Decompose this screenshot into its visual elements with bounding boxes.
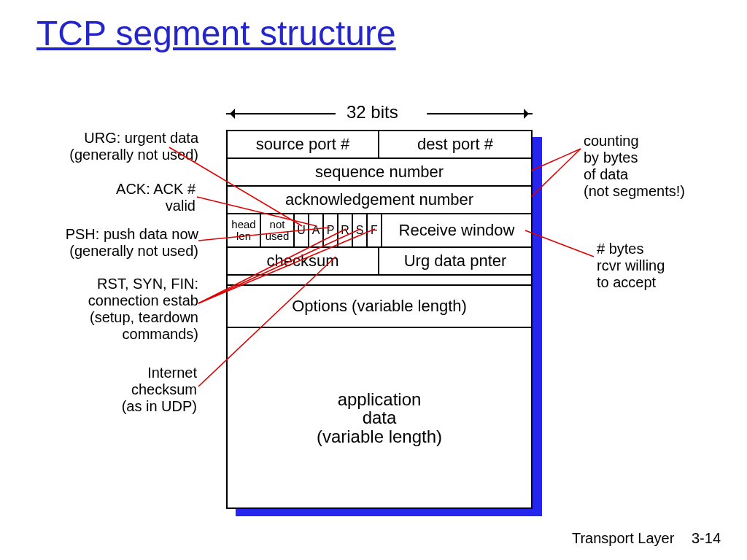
annotation-psh: PSH: push data now (generally not used) xyxy=(9,226,198,260)
annotation-receive-window: # bytes rcvr willing to accept xyxy=(597,241,728,291)
bits-arrow-right-icon xyxy=(427,113,533,114)
field-application-data: application data (variable length) xyxy=(228,328,531,508)
field-dest-port: dest port # xyxy=(379,131,531,158)
flag-urg: U xyxy=(295,214,309,246)
slide-footer: Transport Layer 3-14 xyxy=(572,530,721,547)
field-options: Options (variable length) xyxy=(228,286,531,327)
options-gap xyxy=(228,276,531,286)
flag-psh: P xyxy=(324,214,338,246)
field-sequence-number: sequence number xyxy=(228,159,531,185)
flag-syn: S xyxy=(353,214,368,246)
field-not-used: not used xyxy=(261,214,295,246)
field-urg-pointer: Urg data pnter xyxy=(379,248,531,274)
footer-page: 3-14 xyxy=(692,530,721,546)
field-receive-window: Receive window xyxy=(382,214,531,246)
bits-arrow-left-icon xyxy=(226,113,336,114)
flag-ack: A xyxy=(309,214,324,246)
flag-rst: R xyxy=(338,214,353,246)
flag-fin: F xyxy=(368,214,382,246)
field-ack-number: acknowledgement number xyxy=(228,187,531,213)
annotation-checksum: Internet checksum (as in UDP) xyxy=(73,365,197,415)
annotation-rst-syn-fin: RST, SYN, FIN: connection estab (setup, … xyxy=(44,276,198,343)
tcp-segment-diagram: source port # dest port # sequence numbe… xyxy=(226,130,533,509)
field-source-port: source port # xyxy=(228,131,379,158)
field-checksum: checksum xyxy=(228,248,379,274)
annotation-counting-bytes: counting by bytes of data (not segments!… xyxy=(584,133,729,200)
footer-chapter: Transport Layer xyxy=(572,530,674,546)
slide-title: TCP segment structure xyxy=(36,13,396,53)
field-header-length: head len xyxy=(228,214,261,246)
bits-width-label: 32 bits xyxy=(347,102,398,122)
annotation-ack: ACK: ACK # valid xyxy=(57,181,196,214)
annotation-urg: URG: urgent data (generally not used) xyxy=(16,130,198,163)
